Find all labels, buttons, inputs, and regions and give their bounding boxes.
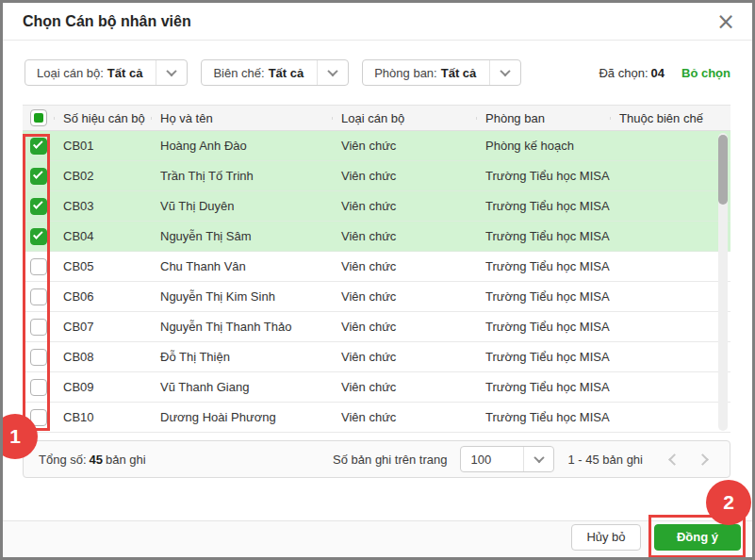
clear-selection-link[interactable]: Bỏ chọn (681, 66, 730, 80)
filter-row: Loại cán bộ:Tất cả Biên chế:Tất cả Phòng… (3, 41, 752, 105)
cell-name: Trần Thị Tố Trinh (151, 169, 332, 183)
per-page-value: 100 (461, 447, 523, 471)
table-row[interactable]: CB04 Nguyễn Thị Sâm Viên chức Trường Tiể… (23, 222, 730, 252)
table-row[interactable]: CB10 Dương Hoài Phương Viên chức Trường … (23, 403, 730, 433)
cell-name: Chu Thanh Vân (151, 259, 332, 273)
row-checkbox[interactable] (30, 409, 47, 426)
cell-department: Trường Tiểu học MISA (476, 410, 610, 424)
cell-name: Dương Hoài Phương (151, 410, 332, 424)
per-page-select[interactable]: 100 (460, 446, 554, 472)
per-page-label: Số bản ghi trên trang (333, 453, 447, 467)
table-row[interactable]: CB06 Nguyễn Thị Kim Sinh Viên chức Trườn… (23, 282, 730, 312)
row-checkbox[interactable] (30, 168, 47, 185)
cell-type: Viên chức (332, 229, 476, 243)
cell-name: Hoàng Anh Đào (151, 139, 332, 153)
cell-type: Viên chức (332, 259, 476, 273)
total-records: Tổng số:45bản ghi (39, 453, 146, 467)
cell-department: Phòng kế hoạch (476, 139, 610, 153)
cell-name: Vũ Thanh Giang (151, 380, 332, 394)
cell-type: Viên chức (332, 320, 476, 334)
cell-code: CB04 (54, 229, 151, 243)
staff-picker-dialog: { "dialog": { "title": "Chọn Cán bộ nhân… (0, 0, 755, 560)
row-checkbox[interactable] (30, 379, 47, 396)
table-row[interactable]: CB01 Hoàng Anh Đào Viên chức Phòng kế ho… (23, 131, 730, 161)
row-checkbox[interactable] (30, 198, 47, 215)
column-header-code: Số hiệu cán bộ (54, 111, 151, 125)
cell-code: CB09 (54, 380, 151, 394)
chevron-down-icon (317, 60, 348, 85)
row-checkbox[interactable] (30, 228, 47, 245)
cell-type: Viên chức (332, 380, 476, 394)
annotation-step-2-badge: 2 (706, 480, 751, 525)
scrollbar-thumb[interactable] (718, 135, 728, 205)
cell-name: Đỗ Thị Thiện (151, 350, 332, 364)
cell-name: Nguyễn Thị Thanh Thảo (151, 320, 332, 334)
cell-type: Viên chức (332, 289, 476, 304)
table-row[interactable]: CB02 Trần Thị Tố Trinh Viên chức Trường … (23, 161, 730, 191)
confirm-button[interactable]: Đồng ý (654, 524, 741, 551)
cell-type: Viên chức (332, 169, 476, 183)
chevron-down-icon (489, 60, 520, 85)
chevron-down-icon (156, 60, 187, 85)
filter-tenure[interactable]: Biên chế:Tất cả (201, 59, 349, 86)
cell-code: CB06 (54, 289, 151, 304)
check-icon (32, 139, 42, 149)
cell-code: CB08 (54, 350, 151, 364)
cell-type: Viên chức (332, 410, 476, 424)
cell-department: Trường Tiểu học MISA (476, 320, 610, 334)
cancel-button[interactable]: Hủy bỏ (571, 524, 641, 551)
record-range: 1 - 45 bản ghi (567, 453, 643, 467)
row-checkbox[interactable] (30, 138, 47, 155)
column-header-department: Phòng ban (476, 111, 610, 125)
row-checkbox[interactable] (30, 258, 47, 275)
chevron-right-icon (697, 453, 709, 466)
selection-info: Đã chọn:04 Bỏ chọn (599, 66, 730, 80)
check-icon (32, 169, 42, 179)
column-header-name: Họ và tên (151, 111, 332, 125)
row-checkbox[interactable] (30, 349, 47, 366)
cell-name: Vũ Thị Duyên (151, 199, 332, 213)
pagination-bar: Tổng số:45bản ghi Số bản ghi trên trang … (23, 440, 730, 478)
table-row[interactable]: CB03 Vũ Thị Duyên Viên chức Trường Tiểu … (23, 191, 730, 222)
filter-staff-type-text: Loại cán bộ:Tất cả (25, 60, 156, 85)
prev-page-button[interactable] (660, 455, 688, 464)
dialog-header: Chọn Cán bộ nhân viên × (3, 3, 752, 41)
next-page-button[interactable] (688, 455, 716, 464)
filter-staff-type[interactable]: Loại cán bộ:Tất cả (25, 59, 188, 86)
row-checkbox[interactable] (30, 288, 47, 305)
cell-code: CB03 (54, 199, 151, 213)
cell-type: Viên chức (332, 350, 476, 364)
row-checkbox[interactable] (30, 319, 47, 336)
chevron-down-icon (523, 447, 553, 471)
cell-code: CB01 (54, 139, 151, 153)
cell-type: Viên chức (332, 199, 476, 213)
table-row[interactable]: CB07 Nguyễn Thị Thanh Thảo Viên chức Trư… (23, 312, 730, 342)
cell-code: CB07 (54, 320, 151, 334)
table-row[interactable]: CB05 Chu Thanh Vân Viên chức Trường Tiểu… (23, 252, 730, 282)
cell-department: Trường Tiểu học MISA (476, 380, 610, 394)
table-row[interactable]: CB08 Đỗ Thị Thiện Viên chức Trường Tiểu … (23, 342, 730, 372)
cell-department: Trường Tiểu học MISA (476, 199, 610, 213)
check-icon (32, 199, 42, 209)
cell-code: CB02 (54, 169, 151, 183)
page-title: Chọn Cán bộ nhân viên (23, 13, 191, 30)
cell-name: Nguyễn Thị Kim Sinh (151, 289, 332, 304)
cell-type: Viên chức (332, 139, 476, 153)
table-header-row: Số hiệu cán bộ Họ và tên Loại cán bộ Phò… (23, 105, 730, 131)
select-all-checkbox-cell (23, 109, 54, 126)
filter-tenure-text: Biên chế:Tất cả (202, 60, 317, 85)
select-all-checkbox[interactable] (30, 109, 47, 126)
cell-code: CB10 (54, 410, 151, 424)
staff-table: Số hiệu cán bộ Họ và tên Loại cán bộ Phò… (23, 105, 730, 433)
close-icon[interactable]: × (716, 12, 735, 31)
column-header-type: Loại cán bộ (332, 111, 476, 125)
filter-department-text: Phòng ban:Tất cả (363, 60, 489, 85)
cell-department: Trường Tiểu học MISA (476, 229, 610, 243)
vertical-scrollbar[interactable] (718, 133, 728, 431)
cell-department: Trường Tiểu học MISA (476, 169, 610, 183)
cell-code: CB05 (54, 259, 151, 273)
filter-department[interactable]: Phòng ban:Tất cả (362, 59, 521, 86)
table-row[interactable]: CB09 Vũ Thanh Giang Viên chức Trường Tiể… (23, 372, 730, 403)
selected-count: Đã chọn:04 (599, 66, 665, 80)
check-icon (32, 229, 42, 239)
